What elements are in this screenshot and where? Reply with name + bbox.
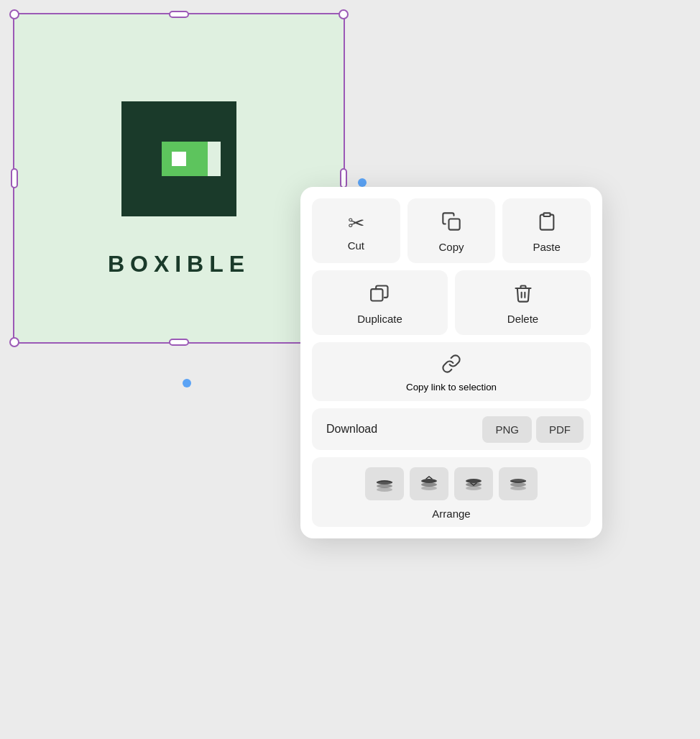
connector-dot-bottom	[183, 379, 191, 387]
svg-rect-16	[371, 289, 382, 300]
paste-button[interactable]: Paste	[502, 198, 591, 263]
duplicate-button[interactable]: Duplicate	[312, 270, 448, 335]
bring-forward-button[interactable]	[454, 467, 493, 500]
paste-icon	[537, 211, 557, 235]
svg-rect-15	[543, 213, 550, 216]
send-to-back-icon	[374, 475, 395, 492]
svg-rect-9	[137, 117, 162, 201]
svg-rect-14	[449, 219, 460, 230]
arrange-icons	[365, 467, 538, 500]
svg-point-22	[421, 479, 437, 483]
link-row: Copy link to selection	[312, 342, 591, 401]
bring-to-front-button[interactable]	[499, 467, 538, 500]
download-label: Download	[319, 408, 478, 450]
context-menu: ✂ Cut Copy Paste	[300, 187, 602, 538]
svg-point-25	[466, 479, 482, 483]
clipboard-row: ✂ Cut Copy Paste	[312, 198, 591, 263]
copy-label: Copy	[438, 241, 464, 253]
connector-dot-right	[358, 178, 367, 187]
delete-label: Delete	[507, 313, 538, 325]
logo-container: BOXIBLE	[13, 13, 345, 344]
cut-icon: ✂	[348, 214, 364, 234]
copy-link-label: Copy link to selection	[406, 382, 497, 393]
pdf-button[interactable]: PDF	[536, 416, 584, 443]
duplicate-label: Duplicate	[357, 313, 402, 325]
edit-row: Duplicate Delete	[312, 270, 591, 335]
send-to-back-button[interactable]	[365, 467, 404, 500]
send-backward-icon	[419, 475, 439, 492]
delete-button[interactable]: Delete	[455, 270, 591, 335]
svg-rect-11	[196, 176, 221, 201]
bring-forward-icon	[464, 475, 484, 492]
svg-rect-10	[196, 117, 221, 142]
arrange-row: Arrange	[312, 457, 591, 527]
copy-icon	[441, 211, 461, 235]
send-backward-button[interactable]	[410, 467, 448, 500]
cut-label: Cut	[348, 239, 364, 252]
boxible-logo-icon	[100, 80, 258, 238]
arrange-label: Arrange	[432, 508, 470, 520]
svg-rect-13	[172, 152, 186, 166]
bring-to-front-icon	[508, 475, 528, 492]
copy-button[interactable]: Copy	[407, 198, 496, 263]
duplicate-icon	[370, 283, 390, 307]
download-row: Download PNG PDF	[312, 408, 591, 450]
brand-name: BOXIBLE	[108, 251, 250, 277]
cut-button[interactable]: ✂ Cut	[312, 198, 400, 263]
delete-icon	[513, 283, 533, 307]
paste-label: Paste	[533, 241, 561, 253]
copy-link-button[interactable]: Copy link to selection	[312, 342, 591, 401]
canvas: BOXIBLE ✂ Cut	[0, 0, 700, 739]
png-button[interactable]: PNG	[482, 416, 532, 443]
selected-element[interactable]: BOXIBLE	[13, 13, 345, 344]
link-icon	[441, 354, 461, 376]
